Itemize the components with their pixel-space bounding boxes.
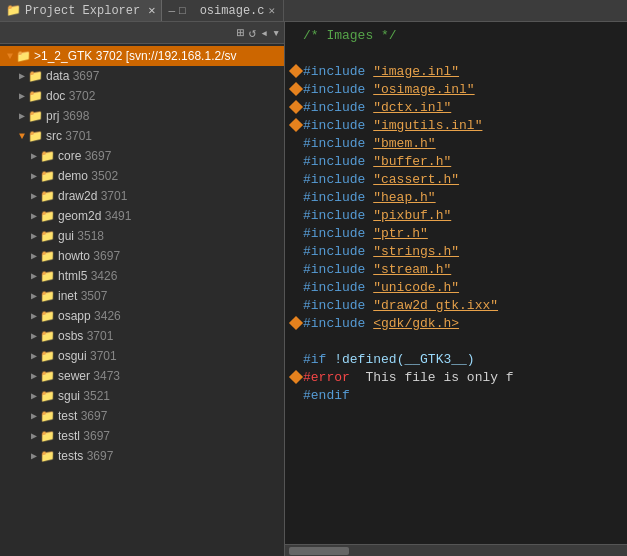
code-line-blank2 (285, 332, 627, 350)
editor-tab-close[interactable]: ✕ (268, 4, 275, 17)
project-explorer-close[interactable]: ✕ (148, 3, 155, 18)
sewer-arrow: ▶ (28, 370, 40, 382)
data-folder-icon: 📁 (28, 69, 43, 84)
project-tree: ▼ 📁 >1_2_GTK 3702 [svn://192.168.1.2/sv … (0, 44, 284, 556)
code-text-3: #include "image.inl" (303, 64, 459, 79)
root-folder-icon: 📁 (16, 49, 31, 64)
tests-arrow: ▶ (28, 450, 40, 462)
tree-item-tests[interactable]: ▶ 📁 tests 3697 (0, 446, 284, 466)
code-text-9: #include "cassert.h" (303, 172, 459, 187)
code-line-19: #if !defined(__GTK3__) (285, 350, 627, 368)
osapp-folder-icon: 📁 (40, 309, 55, 324)
draw2d-label: draw2d 3701 (58, 189, 127, 203)
tree-item-testl[interactable]: ▶ 📁 testl 3697 (0, 426, 284, 446)
code-text-8: #include "buffer.h" (303, 154, 451, 169)
src-folder-icon: 📁 (28, 129, 43, 144)
code-editor[interactable]: /* Images */ #include "image.inl" #inclu… (285, 22, 627, 544)
prj-label: prj 3698 (46, 109, 89, 123)
editor-tab-header: osimage.c ✕ (192, 0, 284, 21)
tree-item-core[interactable]: ▶ 📁 core 3697 (0, 146, 284, 166)
tree-item-geom2d[interactable]: ▶ 📁 geom2d 3491 (0, 206, 284, 226)
code-text-14: #include "stream.h" (303, 262, 451, 277)
code-line-9: #include "cassert.h" (285, 170, 627, 188)
testl-arrow: ▶ (28, 430, 40, 442)
demo-arrow: ▶ (28, 170, 40, 182)
howto-folder-icon: 📁 (40, 249, 55, 264)
code-line-5: #include "dctx.inl" (285, 98, 627, 116)
tree-item-draw2d[interactable]: ▶ 📁 draw2d 3701 (0, 186, 284, 206)
code-text-6: #include "imgutils.inl" (303, 118, 482, 133)
howto-arrow: ▶ (28, 250, 40, 262)
code-line-21: #endif (285, 386, 627, 404)
sgui-arrow: ▶ (28, 390, 40, 402)
refresh-button[interactable]: ↺ (249, 25, 257, 41)
code-text-16: #include "draw2d_gtk.ixx" (303, 298, 498, 313)
tests-folder-icon: 📁 (40, 449, 55, 464)
inet-arrow: ▶ (28, 290, 40, 302)
osgui-arrow: ▶ (28, 350, 40, 362)
sewer-label: sewer 3473 (58, 369, 120, 383)
tree-item-inet[interactable]: ▶ 📁 inet 3507 (0, 286, 284, 306)
diamond-icon-17 (289, 316, 303, 330)
diamond-icon-5 (289, 100, 303, 114)
src-label: src 3701 (46, 129, 92, 143)
panel-toolbar: ⊞ ↺ ◂ ▾ (0, 22, 284, 44)
collapse-all-button[interactable]: ⊞ (237, 25, 245, 41)
draw2d-arrow: ▶ (28, 190, 40, 202)
code-text-15: #include "unicode.h" (303, 280, 459, 295)
menu-button[interactable]: ▾ (272, 25, 280, 41)
tree-item-html5[interactable]: ▶ 📁 html5 3426 (0, 266, 284, 286)
tree-item-osbs[interactable]: ▶ 📁 osbs 3701 (0, 326, 284, 346)
marker-20 (289, 372, 303, 382)
code-text-21: #endif (303, 388, 350, 403)
editor-tab-label[interactable]: osimage.c (200, 4, 265, 18)
gui-label: gui 3518 (58, 229, 104, 243)
gui-arrow: ▶ (28, 230, 40, 242)
tree-item-demo[interactable]: ▶ 📁 demo 3502 (0, 166, 284, 186)
tree-item-doc[interactable]: ▶ 📁 doc 3702 (0, 86, 284, 106)
tree-item-src[interactable]: ▼ 📁 src 3701 (0, 126, 284, 146)
tree-item-gui[interactable]: ▶ 📁 gui 3518 (0, 226, 284, 246)
tree-item-osapp[interactable]: ▶ 📁 osapp 3426 (0, 306, 284, 326)
title-bar: 📁 Project Explorer ✕ — □ osimage.c ✕ (0, 0, 627, 22)
tree-item-data[interactable]: ▶ 📁 data 3697 (0, 66, 284, 86)
minimize-icon[interactable]: — (168, 5, 175, 17)
html5-folder-icon: 📁 (40, 269, 55, 284)
left-panel: ⊞ ↺ ◂ ▾ ▼ 📁 >1_2_GTK 3702 [svn://192.168… (0, 22, 285, 556)
tree-root[interactable]: ▼ 📁 >1_2_GTK 3702 [svn://192.168.1.2/sv (0, 46, 284, 66)
code-text-1: /* Images */ (303, 28, 397, 43)
back-button[interactable]: ◂ (260, 25, 268, 41)
tree-item-sgui[interactable]: ▶ 📁 sgui 3521 (0, 386, 284, 406)
geom2d-arrow: ▶ (28, 210, 40, 222)
maximize-icon[interactable]: □ (179, 5, 186, 17)
data-label: data 3697 (46, 69, 99, 83)
core-folder-icon: 📁 (40, 149, 55, 164)
code-text-12: #include "ptr.h" (303, 226, 428, 241)
marker-3 (289, 66, 303, 76)
osgui-folder-icon: 📁 (40, 349, 55, 364)
code-text-20: #error This file is only f (303, 370, 514, 385)
gui-folder-icon: 📁 (40, 229, 55, 244)
marker-4 (289, 84, 303, 94)
html5-arrow: ▶ (28, 270, 40, 282)
marker-17 (289, 318, 303, 328)
test-arrow: ▶ (28, 410, 40, 422)
code-line-12: #include "ptr.h" (285, 224, 627, 242)
demo-folder-icon: 📁 (40, 169, 55, 184)
tree-item-osgui[interactable]: ▶ 📁 osgui 3701 (0, 346, 284, 366)
tree-item-howto[interactable]: ▶ 📁 howto 3697 (0, 246, 284, 266)
hscroll-thumb[interactable] (289, 547, 349, 555)
draw2d-folder-icon: 📁 (40, 189, 55, 204)
folder-icon: 📁 (6, 3, 21, 18)
diamond-icon-3 (289, 64, 303, 78)
geom2d-folder-icon: 📁 (40, 209, 55, 224)
tree-item-test[interactable]: ▶ 📁 test 3697 (0, 406, 284, 426)
root-label: >1_2_GTK 3702 [svn://192.168.1.2/sv (34, 49, 236, 63)
diamond-icon-4 (289, 82, 303, 96)
tree-item-prj[interactable]: ▶ 📁 prj 3698 (0, 106, 284, 126)
diamond-icon-20 (289, 370, 303, 384)
horizontal-scrollbar[interactable] (285, 544, 627, 556)
right-panel: /* Images */ #include "image.inl" #inclu… (285, 22, 627, 556)
tree-item-sewer[interactable]: ▶ 📁 sewer 3473 (0, 366, 284, 386)
sgui-label: sgui 3521 (58, 389, 110, 403)
